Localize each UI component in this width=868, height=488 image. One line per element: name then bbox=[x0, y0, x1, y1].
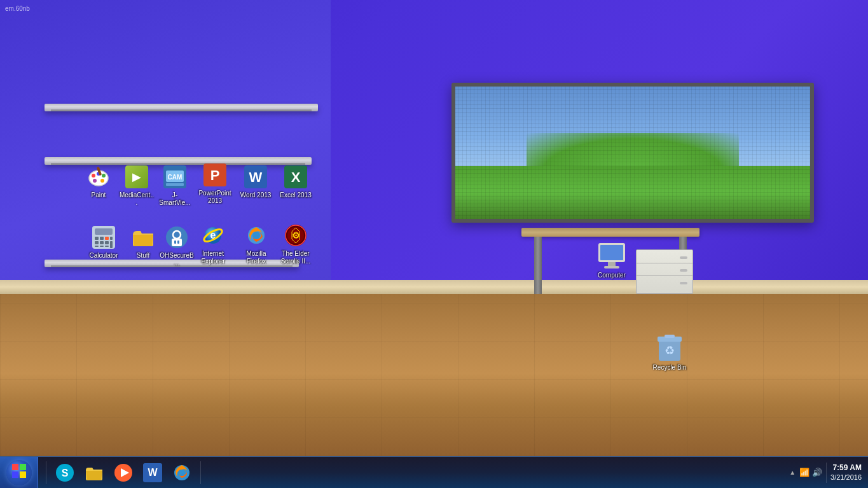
taskbar-firefox-button[interactable] bbox=[169, 459, 195, 486]
svg-text:CAM: CAM bbox=[168, 174, 183, 181]
ohsecure-label: OHSecureB... bbox=[158, 251, 196, 268]
svg-rect-50 bbox=[665, 335, 675, 338]
icon-powerpoint[interactable]: P PowerPoint 2013 bbox=[196, 162, 234, 206]
top-left-watermark: em.60nb bbox=[5, 5, 30, 12]
stuff-label: Stuff bbox=[135, 251, 151, 260]
elderscrolls-label: The Elder Scrolls II... bbox=[277, 249, 315, 266]
recycle-bin-label: Recycle Bin bbox=[652, 363, 688, 372]
svg-rect-26 bbox=[110, 241, 113, 248]
svg-point-1 bbox=[92, 174, 95, 178]
icon-smartview[interactable]: CAM J-SmartVie... bbox=[156, 164, 194, 207]
svg-point-31 bbox=[173, 231, 181, 239]
word-icon: W bbox=[243, 164, 268, 190]
ie-icon: e bbox=[200, 223, 226, 248]
ie-label: Internet Explorer bbox=[194, 249, 232, 266]
smartview-icon: CAM bbox=[162, 164, 188, 190]
elderscrolls-icon: ⚙ bbox=[283, 223, 308, 248]
svg-text:W: W bbox=[249, 169, 263, 185]
paint-icon bbox=[86, 164, 111, 190]
svg-rect-55 bbox=[20, 471, 26, 478]
icon-paint[interactable]: Paint bbox=[79, 164, 118, 200]
svg-rect-19 bbox=[95, 237, 99, 240]
svg-rect-21 bbox=[105, 237, 109, 240]
icon-word[interactable]: W Word 2013 bbox=[237, 164, 275, 200]
tray-expand-button[interactable]: ▲ bbox=[789, 469, 796, 476]
word-label: Word 2013 bbox=[239, 191, 273, 200]
desktop: em.60nb Paint ▶ MediaCe bbox=[0, 0, 868, 456]
svg-rect-53 bbox=[20, 464, 26, 470]
computer-icon bbox=[596, 242, 628, 270]
picture-pixel-overlay bbox=[455, 87, 810, 219]
drawer-handle-2 bbox=[680, 269, 687, 272]
svg-rect-9 bbox=[166, 183, 184, 186]
svg-point-5 bbox=[93, 179, 97, 183]
mediacenter-label: MediaCent... bbox=[118, 191, 156, 207]
svg-rect-28 bbox=[100, 246, 104, 247]
powerpoint-icon: P bbox=[202, 162, 228, 188]
word-tb-icon: W bbox=[143, 463, 162, 482]
svg-rect-18 bbox=[95, 228, 113, 235]
desk-leg-left bbox=[534, 237, 542, 294]
system-tray: ▲ 📶 🔊 7:59 AM 3/21/2016 bbox=[783, 463, 868, 483]
svg-rect-22 bbox=[110, 237, 113, 240]
svg-rect-27 bbox=[95, 246, 99, 247]
svg-rect-23 bbox=[95, 241, 99, 244]
network-icon: 📶 bbox=[799, 468, 809, 477]
icon-ohsecure[interactable]: OHSecureB... bbox=[158, 225, 196, 268]
volume-icon[interactable]: 🔊 bbox=[812, 468, 822, 477]
svg-rect-32 bbox=[172, 239, 182, 246]
icon-ie[interactable]: e Internet Explorer bbox=[194, 223, 232, 266]
taskbar-folder-button[interactable] bbox=[81, 459, 107, 486]
svg-rect-45 bbox=[600, 245, 623, 260]
svg-rect-33 bbox=[174, 241, 176, 244]
icon-firefox[interactable]: Mozilla Firefox bbox=[237, 223, 275, 266]
icon-calculator[interactable]: Calculator bbox=[85, 225, 123, 260]
start-button[interactable] bbox=[0, 457, 38, 489]
windows-logo-icon bbox=[12, 464, 26, 482]
svg-text:♻: ♻ bbox=[665, 344, 675, 357]
svg-point-61 bbox=[179, 470, 185, 476]
computer-label: Computer bbox=[596, 271, 627, 280]
tray-icons: 📶 🔊 bbox=[799, 468, 822, 477]
calculator-label: Calculator bbox=[88, 251, 119, 260]
paint-label: Paint bbox=[90, 191, 107, 200]
svg-rect-34 bbox=[177, 241, 179, 244]
taskbar-separator-2 bbox=[200, 461, 201, 484]
svg-text:S: S bbox=[62, 468, 69, 478]
svg-rect-20 bbox=[100, 237, 104, 240]
powerpoint-label: PowerPoint 2013 bbox=[196, 189, 234, 206]
taskbar-skype-button[interactable]: S bbox=[52, 459, 78, 486]
desk-top bbox=[521, 228, 699, 237]
drawer-handle-3 bbox=[680, 282, 687, 284]
taskbar-mediaplayer-button[interactable] bbox=[110, 459, 137, 486]
tray-separator bbox=[826, 463, 827, 483]
svg-point-39 bbox=[252, 232, 260, 239]
excel-icon: X bbox=[283, 164, 308, 190]
icon-recycle-bin[interactable]: ♻ Recycle Bin bbox=[647, 334, 692, 372]
icon-excel[interactable]: X Excel 2013 bbox=[277, 164, 315, 200]
calculator-icon bbox=[91, 225, 116, 250]
picture-frame bbox=[451, 83, 814, 223]
start-orb bbox=[6, 460, 32, 485]
firefox-icon bbox=[244, 223, 269, 248]
svg-rect-52 bbox=[12, 464, 18, 470]
recycle-bin-icon: ♻ bbox=[654, 334, 685, 362]
taskbar: S W bbox=[0, 456, 868, 488]
icon-mediacenter[interactable]: ▶ MediaCent... bbox=[118, 164, 156, 207]
ohsecure-icon bbox=[164, 225, 189, 250]
smartview-label: J-SmartVie... bbox=[156, 191, 194, 207]
icon-computer[interactable]: Computer bbox=[589, 242, 634, 280]
icon-stuff[interactable]: Stuff bbox=[124, 225, 162, 260]
picture-inner bbox=[455, 87, 810, 219]
shelf-top bbox=[45, 104, 318, 111]
taskbar-separator-1 bbox=[46, 461, 46, 484]
svg-point-4 bbox=[100, 179, 104, 183]
svg-rect-46 bbox=[608, 262, 616, 266]
mediacenter-icon: ▶ bbox=[124, 164, 149, 190]
svg-rect-29 bbox=[105, 246, 109, 247]
icon-elderscrolls[interactable]: ⚙ The Elder Scrolls II... bbox=[277, 223, 315, 266]
system-clock[interactable]: 7:59 AM 3/21/2016 bbox=[830, 463, 862, 482]
svg-rect-47 bbox=[604, 266, 619, 268]
svg-rect-25 bbox=[105, 241, 109, 244]
taskbar-word-button[interactable]: W bbox=[139, 459, 166, 486]
